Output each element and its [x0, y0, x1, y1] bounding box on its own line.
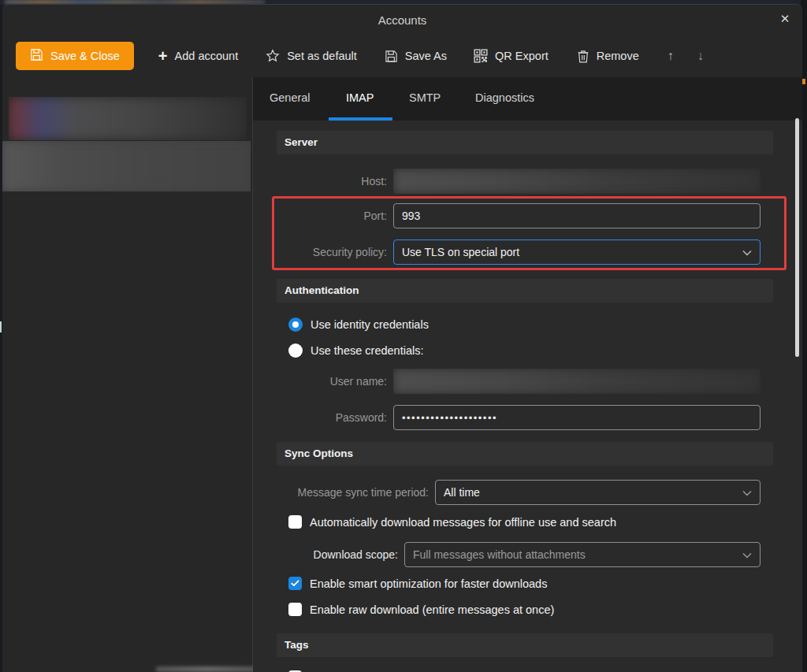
toolbar: Save & Close + Add account Set as defaul… [2, 35, 802, 77]
star-icon [266, 49, 280, 63]
set-as-default-button[interactable]: Set as default [266, 49, 357, 63]
download-scope-label: Download scope: [269, 548, 398, 561]
account-item-selected-redacted[interactable] [2, 141, 251, 191]
sync-period-dropdown[interactable]: All time [435, 480, 761, 505]
accounts-sidebar [2, 77, 253, 672]
chevron-down-icon [742, 246, 752, 258]
screen: Accounts ✕ Save & Close + Add account [0, 0, 807, 672]
set-as-default-label: Set as default [287, 50, 357, 62]
use-these-credentials-radio[interactable]: Use these credentials: [288, 343, 423, 358]
save-as-button[interactable]: Save As [385, 50, 447, 63]
radio-selected-icon [288, 317, 303, 332]
tags-section-header: Tags [277, 633, 773, 657]
add-account-button[interactable]: + Add account [158, 48, 238, 64]
port-input[interactable] [393, 203, 761, 228]
tab-bar: General IMAP SMTP Diagnostics [253, 77, 802, 121]
tab-imap[interactable]: IMAP [346, 91, 374, 104]
qr-code-icon [474, 49, 488, 63]
save-as-label: Save As [405, 50, 447, 62]
auto-download-checkbox[interactable]: Automatically download messages for offl… [288, 515, 616, 529]
accounts-dialog: Accounts ✕ Save & Close + Add account [2, 4, 802, 672]
redacted-host-blur [393, 169, 761, 194]
username-field-redacted[interactable] [393, 369, 761, 394]
server-section-header: Server [277, 131, 773, 154]
trash-icon [577, 50, 589, 63]
checkbox-unchecked-icon [288, 603, 302, 616]
password-masked-value: •••••••••••••••••••• [402, 412, 497, 424]
add-account-label: Add account [175, 50, 239, 62]
redacted-account-blur [2, 141, 251, 191]
remove-button[interactable]: Remove [577, 50, 639, 63]
dialog-titlebar: Accounts ✕ [2, 5, 802, 35]
vertical-scrollbar-thumb[interactable] [795, 118, 799, 357]
redacted-account-blur [9, 97, 247, 140]
sync-period-value: All time [444, 486, 480, 499]
dialog-title: Accounts [2, 13, 802, 27]
security-policy-label: Security policy: [269, 246, 387, 258]
save-icon [30, 48, 43, 64]
host-label: Host: [269, 175, 387, 187]
use-identity-credentials-radio[interactable]: Use identity credentials [288, 317, 429, 332]
sync-options-section-header: Sync Options [277, 442, 773, 466]
use-identity-credentials-label: Use identity credentials [311, 318, 429, 331]
save-as-icon [385, 50, 398, 63]
download-scope-dropdown[interactable]: Full messages without attachments [404, 542, 761, 567]
tab-general[interactable]: General [270, 91, 311, 104]
redacted-username-blur [393, 369, 761, 394]
tab-diagnostics[interactable]: Diagnostics [475, 91, 534, 104]
username-label: User name: [269, 375, 387, 388]
chevron-down-icon [742, 486, 752, 499]
account-item-redacted[interactable] [9, 97, 247, 140]
sync-period-label: Message sync time period: [269, 486, 429, 499]
plus-icon: + [158, 48, 168, 64]
raw-download-label: Enable raw download (entire messages at … [310, 603, 554, 616]
smart-optimization-checkbox[interactable]: Enable smart optimization for faster dow… [288, 577, 547, 590]
qr-export-button[interactable]: QR Export [474, 49, 549, 63]
auto-download-label: Automatically download messages for offl… [310, 516, 616, 529]
password-input[interactable]: •••••••••••••••••••• [393, 405, 761, 430]
authentication-section-header: Authentication [277, 279, 773, 303]
use-these-credentials-label: Use these credentials: [311, 344, 423, 357]
dialog-body: General IMAP SMTP Diagnostics Server Hos… [2, 77, 802, 672]
background-orange-speck [802, 79, 805, 84]
move-down-icon[interactable]: ↓ [691, 49, 710, 63]
password-label: Password: [269, 411, 387, 424]
download-scope-value: Full messages without attachments [413, 548, 586, 561]
save-and-close-label: Save & Close [50, 50, 120, 62]
radio-unselected-icon [288, 343, 303, 358]
tab-smtp[interactable]: SMTP [409, 91, 441, 104]
remove-label: Remove [597, 50, 639, 62]
close-icon[interactable]: ✕ [774, 8, 796, 30]
port-label: Port: [269, 210, 387, 222]
save-and-close-button[interactable]: Save & Close [16, 42, 134, 70]
checkbox-checked-icon [288, 577, 302, 590]
security-policy-value: Use TLS on special port [402, 246, 519, 258]
raw-download-checkbox[interactable]: Enable raw download (entire messages at … [288, 603, 554, 616]
host-field-redacted[interactable] [393, 169, 761, 194]
account-settings-panel: General IMAP SMTP Diagnostics Server Hos… [253, 77, 802, 672]
chevron-down-icon [742, 548, 752, 561]
security-policy-dropdown[interactable]: Use TLS on special port [393, 239, 761, 265]
qr-export-label: QR Export [495, 50, 549, 62]
move-up-icon[interactable]: ↑ [661, 49, 680, 63]
checkbox-unchecked-icon [288, 515, 302, 529]
smart-optimization-label: Enable smart optimization for faster dow… [310, 577, 547, 590]
settings-scroll-area: Server Host: Port: Security policy: Use … [253, 121, 802, 672]
background-teal-sliver [0, 321, 2, 332]
